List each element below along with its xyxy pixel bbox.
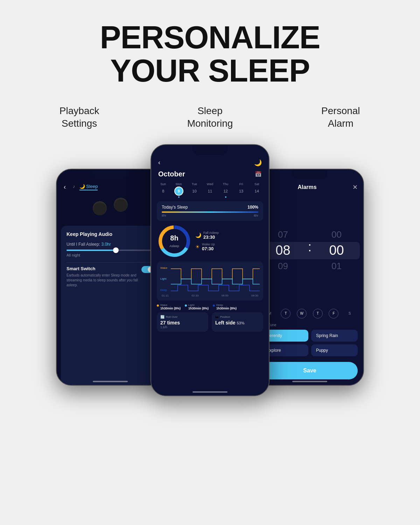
day-fri[interactable]: Fri 13: [237, 182, 246, 198]
sleep-graph: Wake Light Deep 01:11 02:33: [157, 261, 263, 301]
graph-deep-label: Deep: [160, 288, 169, 292]
save-button[interactable]: Save: [262, 362, 358, 379]
day-W[interactable]: W: [297, 309, 307, 318]
day-S[interactable]: S: [345, 309, 355, 318]
moon-icon: 🌙: [254, 159, 262, 167]
donut-hours: 8h: [169, 234, 179, 242]
day-T[interactable]: T: [281, 309, 290, 318]
graph-wake-label: Wake: [160, 266, 169, 270]
right-phone: Alarms ✕ 07 08 09 : 00 00 01: [255, 169, 364, 386]
center-phone: ‹ 🌙 October 📅 Sun 8 Mon 9 Tue: [150, 144, 270, 396]
smart-switch-desc: Earbuds automatically enter Sleep mode a…: [66, 273, 138, 288]
calendar-icon[interactable]: 📅: [255, 171, 262, 177]
bottom-stats: 🔄 Roll Over 27 times 1.6/h 🛏 Position Le…: [157, 312, 263, 332]
sleep-score-card: Today's Sleep 100% 8hr 8hr: [157, 201, 263, 221]
sleep-legend: Wake 1h30min (8%) Light 1h30min (8%) Dee…: [151, 303, 269, 312]
day-tue[interactable]: Tue 10: [190, 182, 199, 198]
graph-light-label: Light: [160, 277, 169, 280]
tune-grid: Serenity Spring Rain Explore Puppy: [262, 330, 358, 356]
hero-line1: PERSONALIZE: [100, 20, 320, 55]
hero-line2: YOUR SLEEP: [110, 53, 310, 88]
close-button[interactable]: ✕: [352, 183, 358, 191]
alarm-days-selector: M T W T F S: [256, 307, 363, 321]
donut-chart: 8h Asleep: [157, 224, 192, 259]
wake-tune-section: Up Tune Serenity Spring Rain Explore Pup…: [256, 321, 363, 358]
until-label: Until I Fall Asleep: 3.0hr: [66, 242, 154, 247]
sleep-stats: 🌙 Fall Asleep 23:30 ☀ Wake Up 07:30: [195, 231, 263, 251]
back-icon[interactable]: ‹: [64, 183, 66, 191]
day-thu[interactable]: Thu 12: [221, 182, 230, 198]
feature-monitoring: SleepMonitoring: [145, 105, 275, 130]
earbuds-image: [57, 194, 164, 226]
score-pct: 100%: [247, 205, 258, 210]
month-label: October: [158, 170, 185, 178]
hero-title: PERSONALIZE YOUR SLEEP: [100, 21, 320, 87]
tab-music[interactable]: ♪: [73, 184, 75, 190]
days-row: Sun 8 Mon 9 Tue 10 Wed 11 Thu: [151, 181, 269, 201]
feature-alarm: PersonalAlarm: [275, 105, 406, 130]
roll-over-card: 🔄 Roll Over 27 times 1.6/h: [157, 312, 208, 332]
until-value: 3.0hr: [101, 242, 111, 247]
day-T2[interactable]: T: [313, 309, 323, 318]
day-mon[interactable]: Mon 9: [174, 182, 183, 198]
position-card: 🛏 Position Left side 53%: [212, 312, 263, 332]
audio-slider[interactable]: [66, 250, 154, 251]
day-F[interactable]: F: [329, 309, 338, 318]
day-sun[interactable]: Sun 8: [159, 182, 168, 198]
feature-playback: PlaybackSettings: [14, 105, 145, 130]
sleep-viz-area: 8h Asleep 🌙 Fall Asleep 23:30 ☀: [157, 224, 263, 259]
tune-spring-rain[interactable]: Spring Rain: [311, 330, 358, 342]
center-back-icon[interactable]: ‹: [158, 159, 160, 166]
time-picker[interactable]: 07 08 09 : 00 00 01: [256, 195, 363, 307]
tune-puppy[interactable]: Puppy: [311, 344, 358, 356]
wake-tune-label: Up Tune: [262, 323, 358, 327]
all-night-label: All night: [66, 253, 154, 257]
playback-settings-card: Keep Playing Audio Until I Fall Asleep: …: [61, 226, 160, 385]
tab-sleep[interactable]: 🌙 Sleep: [79, 184, 98, 190]
fall-asleep-stat: 🌙 Fall Asleep 23:30: [195, 231, 263, 240]
score-label: Today's Sleep: [162, 205, 188, 210]
alarm-title: Alarms: [298, 184, 316, 190]
day-wed[interactable]: Wed 11: [205, 182, 215, 198]
donut-sub: Asleep: [169, 244, 179, 247]
smart-switch-title: Smart Switch: [66, 266, 138, 271]
card-title: Keep Playing Audio: [66, 231, 154, 237]
minutes-column[interactable]: 00 00 01: [313, 229, 360, 272]
wake-up-stat: ☀ Wake Up 07:30: [195, 243, 263, 251]
left-phone: ‹ ♪ 🌙 Sleep Keep Playing Audio Until I F…: [56, 169, 164, 386]
day-sat[interactable]: Sat 14: [252, 182, 261, 198]
